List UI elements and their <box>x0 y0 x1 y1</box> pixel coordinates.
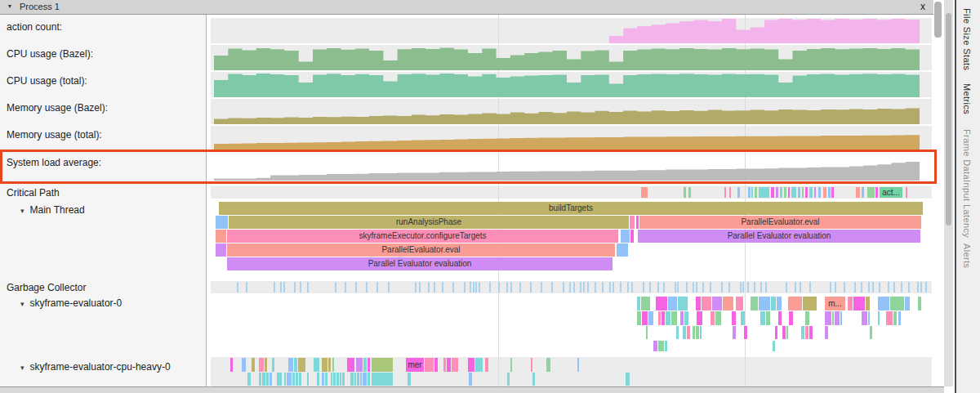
slice[interactable] <box>272 358 274 372</box>
slice[interactable] <box>898 311 901 325</box>
slice[interactable] <box>216 230 226 243</box>
slice[interactable] <box>322 358 327 372</box>
slice-runanalysisphase[interactable]: runAnalysisPhase <box>229 216 629 229</box>
slice[interactable] <box>786 326 788 339</box>
slice[interactable] <box>287 373 292 386</box>
slice[interactable] <box>736 297 743 310</box>
collapse-icon[interactable]: ▾ <box>20 300 24 308</box>
slice[interactable] <box>759 187 769 198</box>
slice[interactable] <box>325 373 327 386</box>
slice[interactable] <box>688 187 691 198</box>
slice-parallelevaluator-eval[interactable]: ParallelEvaluator.eval <box>227 243 615 257</box>
slice[interactable] <box>299 373 301 386</box>
slice[interactable] <box>270 373 272 386</box>
slice[interactable] <box>262 373 265 386</box>
slice[interactable] <box>866 297 870 310</box>
slice[interactable] <box>878 297 889 310</box>
slice[interactable] <box>840 311 842 325</box>
counter-chart-cpu-usage-total[interactable] <box>211 72 933 97</box>
slice[interactable] <box>803 297 817 310</box>
panel-scrollbar-thumb[interactable] <box>934 2 942 38</box>
slice[interactable] <box>662 311 665 325</box>
slice[interactable] <box>242 358 246 372</box>
slice[interactable] <box>363 358 367 372</box>
slice[interactable] <box>646 326 648 339</box>
slice[interactable] <box>868 311 870 325</box>
slice[interactable] <box>642 311 648 325</box>
slice[interactable] <box>751 187 753 198</box>
slice[interactable] <box>363 373 367 386</box>
slice[interactable] <box>814 187 816 198</box>
slice[interactable] <box>918 297 921 310</box>
track-label-main-thread[interactable]: ▾Main Thread <box>20 204 85 216</box>
slice[interactable] <box>284 373 286 386</box>
slice[interactable] <box>805 326 808 339</box>
slice[interactable] <box>347 358 354 372</box>
slice[interactable] <box>823 187 826 198</box>
slice[interactable] <box>805 187 808 198</box>
slice[interactable] <box>336 373 339 386</box>
slice[interactable] <box>485 358 488 372</box>
slice[interactable] <box>676 326 679 339</box>
slice[interactable] <box>778 311 782 325</box>
slice[interactable] <box>350 373 354 386</box>
collapse-icon[interactable]: ▾ <box>20 364 24 372</box>
slice[interactable] <box>684 187 686 198</box>
slice[interactable] <box>333 373 336 386</box>
slice-parallelevaluator-eval[interactable]: ParallelEvaluator.eval <box>639 216 921 229</box>
slice[interactable] <box>784 187 786 198</box>
slice[interactable] <box>671 311 677 325</box>
slice[interactable] <box>656 297 667 310</box>
slice[interactable] <box>748 187 751 198</box>
slice[interactable] <box>759 297 770 310</box>
slice[interactable] <box>468 358 474 372</box>
slice-act[interactable]: act... <box>880 187 902 198</box>
slice[interactable] <box>870 326 872 339</box>
slice[interactable] <box>798 187 800 198</box>
slice[interactable] <box>683 326 686 339</box>
slice[interactable] <box>531 358 532 372</box>
slice[interactable] <box>641 297 650 310</box>
slice[interactable] <box>890 297 904 310</box>
slice[interactable] <box>693 326 695 339</box>
slice[interactable] <box>678 297 688 310</box>
slice[interactable] <box>230 358 233 372</box>
slice[interactable] <box>853 297 865 310</box>
collapse-icon[interactable]: ▾ <box>20 207 24 215</box>
counter-chart-system-load-average[interactable] <box>211 154 933 181</box>
slice[interactable] <box>216 243 226 257</box>
slice[interactable] <box>475 358 483 372</box>
slice[interactable] <box>357 373 359 386</box>
collapse-process-icon[interactable]: ▾ <box>8 2 11 10</box>
slice[interactable] <box>782 326 786 339</box>
slice[interactable] <box>648 311 653 325</box>
slice[interactable] <box>788 187 790 198</box>
track-label-skyframe-evaluator-cpu-heavy-0[interactable]: ▾skyframe-evaluator-cpu-heavy-0 <box>20 361 171 373</box>
slice-buildtargets[interactable]: buildTargets <box>219 202 923 215</box>
slice[interactable] <box>760 311 765 325</box>
slice[interactable] <box>408 373 411 386</box>
slice[interactable] <box>510 358 512 372</box>
slice[interactable] <box>452 358 458 372</box>
slice[interactable] <box>809 326 813 339</box>
slice[interactable] <box>259 373 261 386</box>
slice[interactable] <box>878 311 880 325</box>
slice[interactable] <box>665 341 667 351</box>
slice[interactable] <box>296 373 298 386</box>
slice[interactable] <box>856 187 860 198</box>
slice[interactable] <box>835 311 840 325</box>
slice[interactable] <box>696 297 701 310</box>
slice[interactable] <box>733 326 736 339</box>
slice[interactable] <box>789 311 793 325</box>
slice[interactable] <box>298 358 305 372</box>
slice[interactable] <box>443 358 446 372</box>
sidebar-tab-metrics[interactable]: Metrics <box>962 83 972 114</box>
horizontal-scrollbar[interactable] <box>0 386 944 393</box>
slice[interactable] <box>354 373 356 386</box>
slice[interactable] <box>658 311 661 325</box>
slice[interactable] <box>372 358 393 372</box>
slice[interactable] <box>744 326 747 339</box>
counter-chart-action-count[interactable] <box>211 18 933 43</box>
slice-parallel-evaluator-evaluation[interactable]: Parallel Evaluator evaluation <box>638 230 920 243</box>
slice[interactable] <box>687 326 690 339</box>
